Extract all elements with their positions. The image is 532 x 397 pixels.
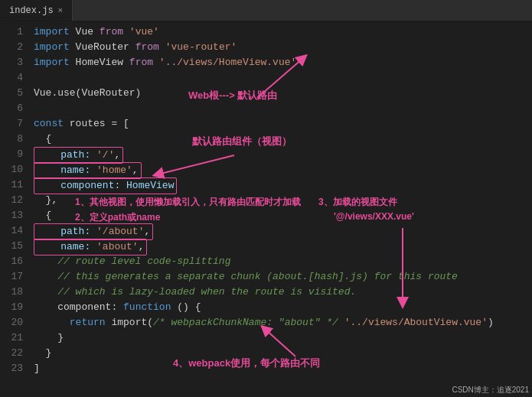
code-line-5: Vue.use(VueRouter) (28, 86, 532, 101)
code-line-18: // which is lazy-loaded when the route i… (28, 285, 532, 300)
code-line-12: }, (28, 193, 532, 208)
code-line-6 (28, 101, 532, 116)
code-line-4 (28, 70, 532, 86)
code-line-2: import VueRouter from 'vue-router' (28, 40, 532, 55)
annotation-author: CSDN博主：追逐2021 (452, 385, 529, 395)
code-line-21: } (28, 330, 532, 346)
code-line-19: component: function () { (28, 300, 532, 315)
tab-index-js[interactable]: index.js × (0, 0, 73, 21)
code-line-9: path: '/', (28, 147, 532, 162)
line-numbers: 1234567891011121314151617181920212223 (0, 21, 28, 397)
code-line-14: path: '/about', (28, 223, 532, 239)
tab-bar: index.js × (0, 0, 532, 21)
code-line-8: { (28, 132, 532, 147)
code-line-11: component: HomeView (28, 177, 532, 193)
code-line-3: import HomeView from '../views/HomeView.… (28, 55, 532, 70)
code-line-17: // this generates a separate chunk (abou… (28, 269, 532, 285)
code-line-20: return import(/* webpackChunkName: "abou… (28, 315, 532, 330)
code-line-16: // route level code-splitting (28, 254, 532, 269)
code-line-23: ] (28, 361, 532, 376)
code-area: import Vue from 'vue'import VueRouter fr… (28, 21, 532, 397)
tab-close[interactable]: × (58, 6, 64, 15)
code-line-13: { (28, 208, 532, 223)
code-line-22: } (28, 346, 532, 361)
code-line-7: const routes = [ (28, 116, 532, 132)
code-line-15: name: 'about', (28, 239, 532, 254)
code-line-1: import Vue from 'vue' (28, 24, 532, 40)
editor-body: 1234567891011121314151617181920212223 im… (0, 21, 532, 397)
code-line-10: name: 'home', (28, 162, 532, 177)
tab-filename: index.js (9, 5, 54, 16)
